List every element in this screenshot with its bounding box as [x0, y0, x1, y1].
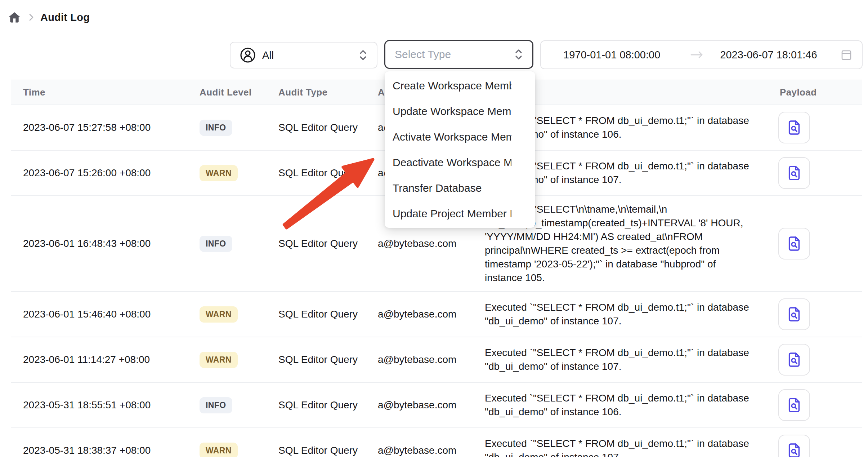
cell-audit-type: SQL Editor Query — [278, 309, 378, 320]
file-search-icon — [786, 397, 802, 413]
dropdown-option[interactable]: Transfer Database — [385, 175, 535, 201]
cell-time: 2023-05-31 18:38:37 +08:00 — [11, 445, 200, 456]
view-payload-button[interactable] — [778, 112, 810, 143]
cell-comment: Executed `"SELECT * FROM db_ui_demo.t1;"… — [485, 437, 778, 457]
cell-audit-level: WARN — [200, 352, 278, 368]
cell-actor: a@bytebase.com — [378, 399, 485, 411]
cell-audit-type: SQL Editor Query — [278, 354, 378, 365]
user-circle-icon — [240, 47, 256, 63]
audit-level-badge: INFO — [200, 120, 232, 136]
cell-time: 2023-06-01 15:46:40 +08:00 — [11, 309, 200, 320]
type-dropdown-menu: Create Workspace Member Update Workspace… — [385, 71, 535, 228]
cell-audit-level: INFO — [200, 236, 278, 252]
table-row: 2023-06-01 15:46:40 +08:00 WARN SQL Edit… — [11, 292, 862, 337]
cell-time: 2023-06-07 15:27:58 +08:00 — [11, 122, 200, 133]
audit-level-badge: WARN — [200, 443, 238, 457]
type-filter-select[interactable]: Select Type — [384, 40, 533, 69]
view-payload-button[interactable] — [778, 228, 810, 259]
view-payload-button[interactable] — [778, 435, 810, 457]
cell-audit-level: WARN — [200, 306, 278, 323]
column-header-time: Time — [11, 87, 200, 98]
date-range-end[interactable]: 2023-06-07 18:01:46 — [720, 49, 817, 61]
file-search-icon — [786, 442, 802, 457]
chevron-up-down-icon — [358, 48, 368, 62]
dropdown-option[interactable]: Create Workspace Member — [385, 73, 535, 98]
cell-comment: Executed `"SELECT * FROM db_ui_demo.t1;"… — [485, 346, 778, 373]
cell-time: 2023-06-01 11:14:27 +08:00 — [11, 354, 200, 365]
chevron-up-down-icon — [514, 48, 524, 61]
actor-filter-select[interactable]: All — [230, 42, 377, 68]
cell-audit-type: SQL Editor Query — [278, 399, 378, 411]
file-search-icon — [786, 306, 802, 323]
cell-actor: a@bytebase.com — [378, 354, 485, 365]
audit-level-badge: WARN — [200, 306, 238, 323]
cell-audit-level: INFO — [200, 397, 278, 413]
audit-log-page: Audit Log All Select Type — [0, 0, 868, 457]
arrow-right-icon — [690, 50, 704, 60]
cell-audit-level: WARN — [200, 165, 278, 181]
audit-level-badge: INFO — [200, 236, 232, 252]
cell-actor: a@bytebase.com — [378, 238, 485, 249]
cell-actor: a@bytebase.com — [378, 445, 485, 456]
column-header-payload: Payload — [778, 87, 862, 98]
home-icon[interactable] — [7, 10, 22, 25]
view-payload-button[interactable] — [778, 298, 810, 330]
date-range-start[interactable]: 1970-01-01 08:00:00 — [563, 49, 660, 61]
cell-audit-type: SQL Editor Query — [278, 238, 378, 249]
cell-comment: Executed `"SELECT * FROM db_ui_demo.t1;"… — [485, 391, 778, 419]
table-row: 2023-05-31 18:55:51 +08:00 INFO SQL Edit… — [11, 383, 862, 428]
dropdown-option[interactable]: Update Workspace Member — [385, 98, 535, 124]
file-search-icon — [786, 165, 802, 181]
dropdown-option[interactable]: Activate Workspace Member — [385, 124, 535, 150]
view-payload-button[interactable] — [778, 389, 810, 421]
dropdown-option[interactable]: Deactivate Workspace Member — [385, 150, 535, 175]
table-row: 2023-06-01 11:14:27 +08:00 WARN SQL Edit… — [11, 337, 862, 383]
column-header-audit-level: Audit Level — [200, 87, 278, 98]
table-row: 2023-05-31 18:38:37 +08:00 WARN SQL Edit… — [11, 428, 862, 457]
audit-level-badge: WARN — [200, 352, 238, 368]
chevron-right-icon — [27, 13, 35, 21]
audit-level-badge: INFO — [200, 397, 232, 413]
cell-audit-level: INFO — [200, 120, 278, 136]
cell-audit-level: WARN — [200, 443, 278, 457]
file-search-icon — [786, 235, 802, 252]
file-search-icon — [786, 119, 802, 136]
breadcrumb: Audit Log — [7, 9, 90, 26]
view-payload-button[interactable] — [778, 157, 810, 189]
dropdown-option[interactable]: Update Project Member Role — [385, 201, 535, 226]
view-payload-button[interactable] — [778, 344, 810, 376]
cell-time: 2023-05-31 18:55:51 +08:00 — [11, 399, 200, 411]
actor-filter-value: All — [262, 49, 274, 61]
page-title: Audit Log — [40, 12, 90, 23]
type-filter-placeholder: Select Type — [395, 48, 451, 61]
cell-time: 2023-06-01 16:48:43 +08:00 — [11, 238, 200, 249]
cell-audit-type: SQL Editor Query — [278, 445, 378, 456]
file-search-icon — [786, 351, 802, 368]
calendar-icon — [840, 48, 853, 62]
cell-comment: Executed `"SELECT * FROM db_ui_demo.t1;"… — [485, 301, 778, 328]
column-header-audit-type: Audit Type — [278, 87, 378, 98]
audit-level-badge: WARN — [200, 165, 238, 181]
date-range-picker[interactable]: 1970-01-01 08:00:00 2023-06-07 18:01:46 — [540, 40, 863, 69]
cell-audit-type: SQL Editor Query — [278, 167, 378, 179]
cell-actor: a@bytebase.com — [378, 309, 485, 320]
cell-time: 2023-06-07 15:26:00 +08:00 — [11, 167, 200, 179]
cell-audit-type: SQL Editor Query — [278, 122, 378, 133]
